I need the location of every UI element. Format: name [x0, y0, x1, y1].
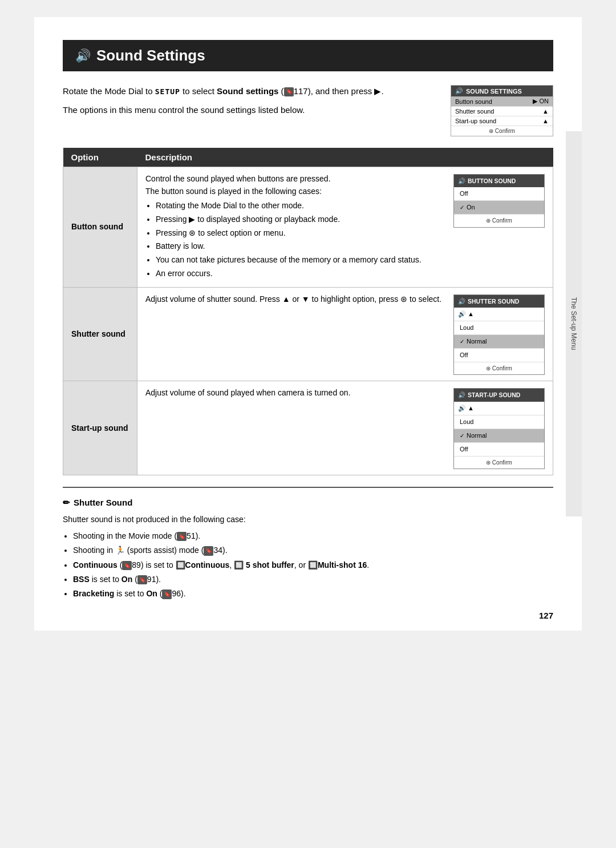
box-title-text: SOUND SETTINGS: [466, 88, 522, 95]
ms-title-text-shutter: SHUTTER SOUND: [468, 297, 519, 306]
box-row-value-3: ▲: [542, 118, 549, 124]
button-desc-line2: The button sound is played in the follow…: [145, 185, 444, 198]
ref-icon-117: 🔖: [284, 87, 294, 96]
desc-startup-sound: Adjust volume of sound played when camer…: [137, 381, 553, 475]
sound-settings-box: 🔊 SOUND SETTINGS Button sound ▶ ON Shutt…: [451, 85, 553, 136]
button-desc-line1: Control the sound played when buttons ar…: [145, 173, 444, 185]
note-bullets: Shooting in the Movie mode (🔖51). Shooti…: [73, 530, 553, 600]
ref-icon-96: 🔖: [162, 589, 172, 599]
bold-sound-settings: Sound set­tings: [217, 86, 278, 96]
desc-cell-startup: Adjust volume of sound played when camer…: [145, 387, 545, 469]
list-item: BSS is set to On (🔖91).: [73, 573, 553, 585]
list-item: Bracketing is set to On (🔖96).: [73, 587, 553, 600]
speaker-icon: 🔊: [75, 49, 91, 63]
list-item: Pressing ⊛ to select option or menu.: [156, 227, 444, 240]
ref-icon-34: 🔖: [204, 546, 213, 555]
bracketing-bold: Bracketing: [73, 589, 114, 598]
button-sound-screen: 🔊 BUTTON SOUND Off On ⊛ Confirm: [453, 174, 545, 228]
desc-text-shutter: Adjust volume of shutter sound. Press ▲ …: [145, 293, 444, 375]
startup-desc: Adjust volume of sound played when camer…: [145, 387, 444, 399]
box-row-value-2: ▲: [542, 108, 549, 115]
note-title-text: Shutter Sound: [74, 496, 132, 510]
table-row: Shutter sound Adjust volume of shutter s…: [63, 287, 553, 381]
ms-icon-row: 🔊 ▲: [454, 308, 544, 321]
note-title: ✏ Shutter Sound: [63, 496, 553, 510]
box-speaker-icon: 🔊: [455, 87, 463, 95]
ms-confirm-button: ⊛ Confirm: [454, 215, 544, 227]
desc-cell-shutter: Adjust volume of shutter sound. Press ▲ …: [145, 293, 545, 375]
setup-code: SETUP: [155, 87, 180, 96]
desc-cell-button: Control the sound played when buttons ar…: [145, 173, 545, 281]
shutter-sound-screen: 🔊 SHUTTER SOUND 🔊 ▲ Loud Normal Off ⊛ Co…: [453, 294, 545, 375]
note-icon: ✏: [63, 496, 70, 510]
ms-confirm-startup: ⊛ Confirm: [454, 457, 544, 469]
box-row-label-2: Shutter sound: [455, 108, 495, 115]
box-row-button-sound: Button sound ▶ ON: [451, 96, 553, 107]
ms-row-off: Off: [454, 187, 544, 201]
desc-button-sound: Control the sound played when buttons ar…: [137, 167, 553, 288]
ref-icon-89: 🔖: [122, 561, 132, 570]
ms-row-on: On: [454, 201, 544, 215]
desc-shutter-sound: Adjust volume of shutter sound. Press ▲ …: [137, 287, 553, 381]
note-intro: Shutter sound is not produced in the fol…: [63, 513, 553, 526]
ms-speaker-icon-shutter: 🔊: [458, 297, 465, 306]
option-shutter-sound: Shutter sound: [63, 287, 137, 381]
ref-icon-91: 🔖: [137, 575, 147, 584]
page-title: 🔊 Sound Settings: [63, 40, 553, 71]
table-row: Start-up sound Adjust volume of sound pl…: [63, 381, 553, 475]
ms-row-normal: Normal: [454, 335, 544, 349]
ms-confirm-shutter: ⊛ Confirm: [454, 362, 544, 375]
col-option: Option: [63, 148, 137, 167]
box-row-label-1: Button sound: [455, 98, 492, 105]
option-button-sound: Button sound: [63, 167, 137, 288]
page-number: 127: [539, 611, 553, 620]
list-item: Rotating the Mode Dial to the other mode…: [156, 200, 444, 212]
list-item: Battery is low.: [156, 240, 444, 253]
ms-title-startup: 🔊 START-UP SOUND: [454, 389, 544, 401]
box-row-value-1: ▶ ON: [533, 98, 549, 105]
list-item: Shooting in 🏃 (sports assist) mode (🔖34)…: [73, 544, 553, 556]
note-section: ✏ Shutter Sound Shutter sound is not pro…: [63, 487, 553, 600]
intro-text: Rotate the Mode Dial to SETUP to select …: [63, 85, 433, 136]
ref-icon-51: 🔖: [177, 532, 187, 541]
ms-row-off-shutter: Off: [454, 349, 544, 362]
ms-title-text-button: BUTTON SOUND: [468, 176, 516, 185]
startup-sound-screen: 🔊 START-UP SOUND 🔊 ▲ Loud Normal Off ⊛ C…: [453, 388, 545, 469]
side-label-area: The Set-up Menu: [566, 131, 582, 516]
ms-title-shutter: 🔊 SHUTTER SOUND: [454, 295, 544, 308]
ms-title-text-startup: START-UP SOUND: [468, 390, 520, 399]
desc-text-button: Control the sound played when buttons ar…: [145, 173, 444, 281]
side-label: The Set-up Menu: [570, 297, 578, 350]
options-table: Option Description Button sound Control …: [63, 148, 553, 475]
page-container: The Set-up Menu 🔊 Sound Settings Rotate …: [34, 17, 582, 631]
ms-icon-row-startup: 🔊 ▲: [454, 402, 544, 415]
ms-row-loud: Loud: [454, 321, 544, 335]
ms-title-button: 🔊 BUTTON SOUND: [454, 175, 544, 187]
intro-section: Rotate the Mode Dial to SETUP to select …: [63, 85, 553, 136]
box-row-startup-sound: Start-up sound ▲: [451, 116, 553, 126]
ms-row-loud-startup: Loud: [454, 415, 544, 429]
box-row-shutter-sound: Shutter sound ▲: [451, 107, 553, 116]
col-description: Description: [137, 148, 553, 167]
list-item: Pressing ▶ to displayed shooting or play…: [156, 213, 444, 226]
shutter-desc: Adjust volume of shutter sound. Press ▲ …: [145, 293, 444, 306]
list-item: An error occurs.: [156, 268, 444, 280]
continuous-bold: Continuous: [73, 560, 117, 570]
ms-row-off-startup: Off: [454, 443, 544, 457]
option-startup-sound: Start-up sound: [63, 381, 137, 475]
box-row-label-3: Start-up sound: [455, 118, 496, 124]
list-item: You can not take pictures because of the…: [156, 254, 444, 266]
ms-speaker-icon: 🔊: [458, 176, 465, 185]
bss-bold: BSS: [73, 575, 90, 584]
desc-text-startup: Adjust volume of sound played when camer…: [145, 387, 444, 469]
ms-row-normal-startup: Normal: [454, 429, 544, 443]
box-confirm: ⊛ Confirm: [451, 126, 553, 136]
intro-paragraph2: The options in this menu control the sou…: [63, 104, 433, 117]
list-item: Continuous (🔖89) is set to 🔲Continuous, …: [73, 559, 553, 571]
button-bullets: Rotating the Mode Dial to the other mode…: [156, 200, 444, 280]
table-row: Button sound Control the sound played wh…: [63, 167, 553, 288]
title-text: Sound Settings: [96, 47, 205, 64]
ms-speaker-icon-startup: 🔊: [458, 390, 465, 399]
list-item: Shooting in the Movie mode (🔖51).: [73, 530, 553, 542]
box-title: 🔊 SOUND SETTINGS: [451, 86, 553, 96]
